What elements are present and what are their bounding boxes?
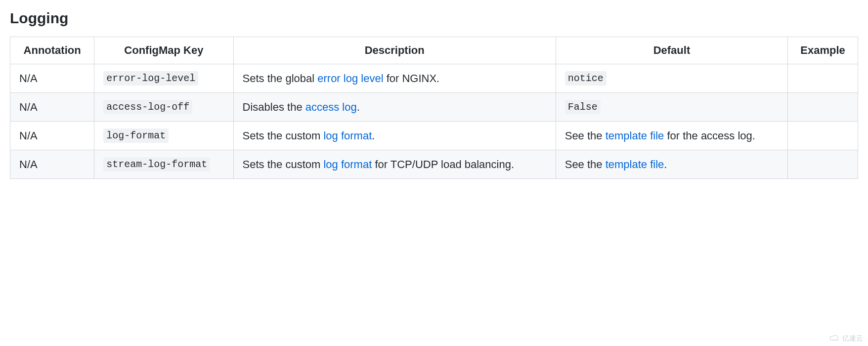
desc-text: Sets the custom [243, 130, 324, 142]
cell-default: False [556, 93, 787, 122]
cell-configmap-key: access-log-off [94, 93, 233, 122]
desc-text: . [372, 130, 375, 142]
logging-table: Annotation ConfigMap Key Description Def… [10, 37, 858, 179]
cell-default: See the template file. [556, 150, 787, 179]
col-annotation: Annotation [10, 37, 94, 64]
cell-annotation: N/A [10, 150, 94, 179]
cell-example [788, 64, 858, 93]
desc-text: Sets the global [243, 72, 318, 85]
desc-text: . [357, 101, 360, 113]
default-link[interactable]: template file [606, 130, 664, 142]
default-text: See the [565, 130, 606, 142]
cell-configmap-key: stream-log-format [94, 150, 233, 179]
table-header-row: Annotation ConfigMap Key Description Def… [10, 37, 858, 64]
cell-example [788, 150, 858, 179]
cell-configmap-key: error-log-level [94, 64, 233, 93]
cell-example [788, 93, 858, 122]
configmap-key-code: log-format [103, 129, 169, 143]
desc-text: Disables the [243, 101, 305, 113]
cell-default: notice [556, 64, 787, 93]
table-row: N/A stream-log-format Sets the custom lo… [10, 150, 858, 179]
col-description: Description [233, 37, 556, 64]
default-text: See the [565, 158, 606, 171]
cell-description: Sets the custom log format. [233, 122, 556, 150]
cell-annotation: N/A [10, 122, 94, 150]
desc-text: Sets the custom [243, 158, 324, 171]
desc-text: for NGINX. [384, 72, 440, 85]
table-row: N/A error-log-level Sets the global erro… [10, 64, 858, 93]
desc-link[interactable]: log format [323, 130, 372, 142]
section-heading: Logging [10, 10, 858, 27]
cell-description: Disables the access log. [233, 93, 556, 122]
cell-annotation: N/A [10, 93, 94, 122]
desc-text: for TCP/UDP load balancing. [372, 158, 514, 171]
cell-configmap-key: log-format [94, 122, 233, 150]
default-code: notice [565, 71, 607, 86]
table-row: N/A access-log-off Disables the access l… [10, 93, 858, 122]
cell-description: Sets the global error log level for NGIN… [233, 64, 556, 93]
configmap-key-code: stream-log-format [103, 157, 210, 172]
desc-link[interactable]: access log [305, 101, 357, 113]
table-row: N/A log-format Sets the custom log forma… [10, 122, 858, 150]
desc-link[interactable]: log format [323, 158, 372, 171]
default-text: for the access log. [664, 130, 755, 142]
cell-example [788, 122, 858, 150]
configmap-key-code: error-log-level [103, 71, 198, 86]
col-configmap-key: ConfigMap Key [94, 37, 233, 64]
default-text: . [664, 158, 667, 171]
cell-default: See the template file for the access log… [556, 122, 787, 150]
cell-annotation: N/A [10, 64, 94, 93]
col-default: Default [556, 37, 787, 64]
desc-link[interactable]: error log level [317, 72, 383, 85]
default-code: False [565, 100, 601, 114]
default-link[interactable]: template file [606, 158, 664, 171]
cell-description: Sets the custom log format for TCP/UDP l… [233, 150, 556, 179]
col-example: Example [788, 37, 858, 64]
configmap-key-code: access-log-off [103, 100, 192, 114]
